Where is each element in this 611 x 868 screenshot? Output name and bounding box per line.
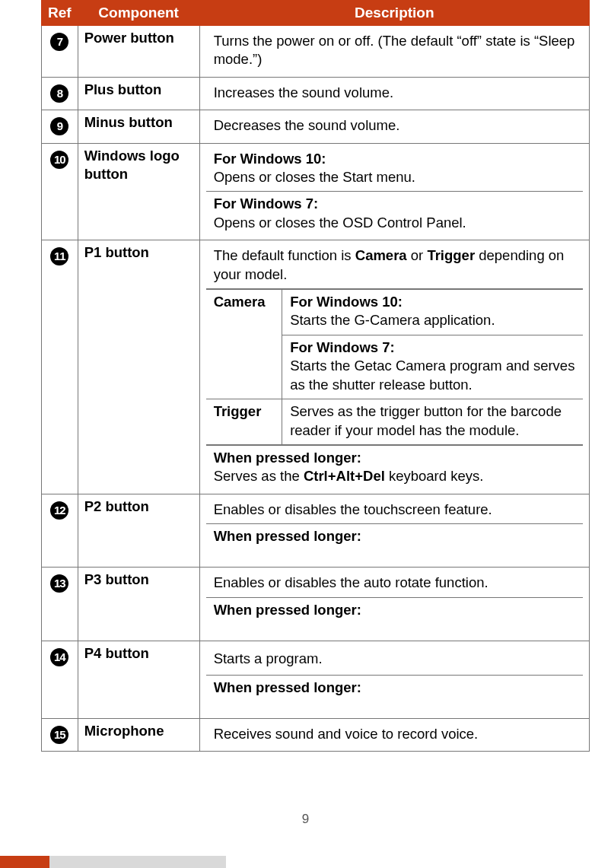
sub-label: Camera	[206, 290, 282, 399]
description-text: Decreases the sound volume.	[206, 113, 583, 139]
description-text: Receives sound and voice to record voice…	[206, 722, 583, 748]
header-component: Component	[78, 1, 199, 26]
component-name: P4 button	[78, 641, 199, 718]
table-row: 12 P2 button Enables or disables the tou…	[42, 494, 590, 567]
component-name: Minus button	[78, 110, 199, 143]
table-row: 13 P3 button Enables or disables the aut…	[42, 568, 590, 641]
description-text: Serves as the trigger button for the bar…	[282, 399, 583, 445]
component-name: Plus button	[78, 77, 199, 110]
header-ref: Ref	[42, 1, 78, 26]
description-text: For Windows 10: Opens or closes the Star…	[206, 147, 583, 192]
table-row: 14 P4 button Starts a program. When pres…	[42, 641, 590, 718]
table-header-row: Ref Component Description	[42, 1, 590, 26]
ref-badge-icon: 9	[50, 117, 68, 135]
table-row: 11 P1 button The default function is Cam…	[42, 240, 590, 494]
ref-badge-icon: 10	[50, 151, 68, 169]
sub-table: Camera For Windows 10: Starts the G-Came…	[206, 289, 583, 445]
ref-badge-icon: 11	[50, 247, 68, 265]
sub-label: Trigger	[206, 399, 282, 445]
ref-badge-icon: 8	[50, 84, 68, 103]
table-row: 7 Power button Turns the power on or off…	[42, 26, 590, 78]
table-row: 15 Microphone Receives sound and voice t…	[42, 718, 590, 751]
component-table: Ref Component Description 7 Power button…	[41, 0, 590, 752]
ref-badge-icon: 13	[50, 574, 68, 593]
component-name: P2 button	[78, 494, 199, 567]
table-row: 8 Plus button Increases the sound volume…	[42, 77, 590, 110]
footer-decoration	[0, 853, 611, 868]
ref-badge-icon: 15	[50, 726, 68, 744]
ref-badge-icon: 12	[50, 501, 68, 520]
description-text: Starts a program.	[206, 644, 583, 676]
description-text: When pressed longer:	[206, 524, 583, 564]
description-text: The default function is Camera or Trigge…	[206, 243, 583, 289]
table-row: 9 Minus button Decreases the sound volum…	[42, 110, 590, 143]
description-text: Enables or disables the touchscreen feat…	[206, 498, 583, 524]
component-name: Microphone	[78, 718, 199, 751]
description-text: For Windows 7: Opens or closes the OSD C…	[206, 192, 583, 237]
header-description: Description	[199, 1, 589, 26]
description-text: For Windows 7: Starts the Getac Camera p…	[282, 335, 583, 399]
ref-badge-icon: 7	[50, 33, 68, 51]
description-text: When pressed longer: Serves as the Ctrl+…	[206, 445, 583, 491]
ref-badge-icon: 14	[50, 648, 68, 666]
component-name: Windows logo button	[78, 143, 199, 240]
description-text: When pressed longer:	[206, 598, 583, 637]
description-text: For Windows 10: Starts the G-Camera appl…	[282, 290, 583, 335]
component-name: P3 button	[78, 568, 199, 641]
description-text: Enables or disables the auto rotate func…	[206, 571, 583, 597]
component-name: P1 button	[78, 240, 199, 494]
page-number: 9	[0, 812, 611, 827]
component-name: Power button	[78, 26, 199, 78]
description-text: Turns the power on or off. (The default …	[206, 29, 583, 74]
description-text: Increases the sound volume.	[206, 81, 583, 107]
description-text: When pressed longer:	[206, 676, 583, 715]
table-row: 10 Windows logo button For Windows 10: O…	[42, 143, 590, 240]
